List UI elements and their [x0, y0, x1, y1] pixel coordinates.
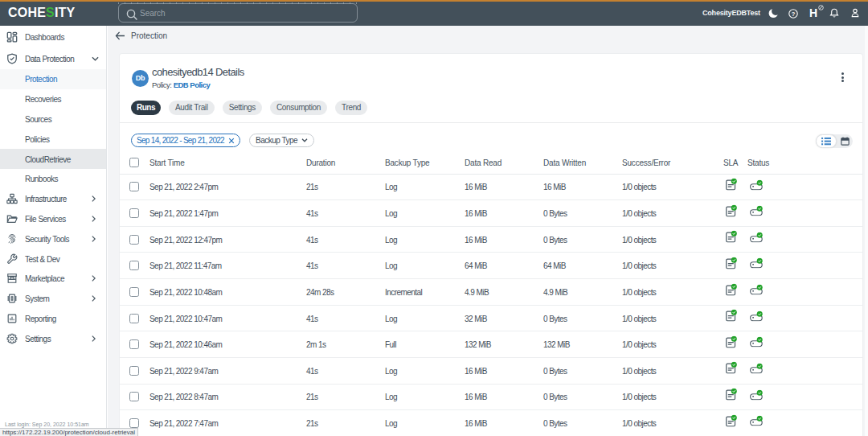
svg-text:?: ?	[792, 10, 796, 18]
